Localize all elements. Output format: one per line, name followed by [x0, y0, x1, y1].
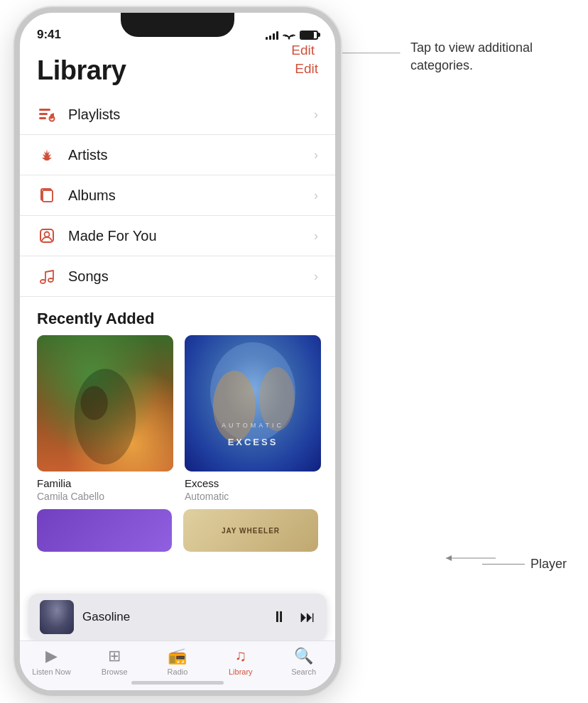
edit-annotation-label: Edit [291, 43, 315, 58]
nav-item-artists[interactable]: Artists › [20, 135, 335, 175]
search-icon: 🔍 [294, 647, 313, 665]
svg-point-4 [288, 38, 290, 40]
nav-item-albums[interactable]: Albums › [20, 175, 335, 216]
peek-card-2[interactable]: JAY WHEELER [183, 509, 318, 552]
player-annotation-line [482, 564, 525, 565]
mute-button [14, 98, 16, 126]
nav-list: Playlists › Artists › [20, 94, 335, 297]
svg-point-17 [213, 371, 256, 442]
songs-chevron: › [314, 269, 318, 284]
made-for-you-icon [37, 226, 57, 246]
svg-rect-10 [43, 190, 53, 202]
svg-rect-5 [39, 109, 50, 111]
power-button [339, 126, 341, 176]
signal-bars-icon [266, 31, 278, 40]
edit-callout: Tap to view additional categories. [410, 39, 567, 75]
mini-player-title: Gasoline [82, 610, 263, 624]
svg-point-13 [45, 232, 50, 237]
svg-marker-3 [446, 555, 452, 561]
tab-browse-label: Browse [102, 667, 128, 676]
album-artist-familia: Camila Cabello [37, 491, 173, 502]
skip-forward-button[interactable]: ⏭ [300, 608, 315, 626]
tab-search[interactable]: 🔍 Search [272, 647, 335, 676]
tab-radio[interactable]: 📻 Radio [146, 647, 209, 676]
peek-card-1[interactable] [37, 509, 172, 552]
player-annotation-text: Player [530, 557, 567, 572]
notch [121, 13, 234, 37]
made-for-you-chevron: › [314, 229, 318, 244]
library-icon: ♫ [235, 647, 247, 665]
volume-down-button [14, 194, 16, 240]
browse-icon: ⊞ [108, 647, 121, 665]
playlists-chevron: › [314, 107, 318, 122]
tab-listen-now-label: Listen Now [32, 667, 70, 676]
svg-text:AUTOMATIC: AUTOMATIC [222, 422, 284, 429]
battery-icon [300, 31, 318, 40]
mini-player-art [40, 600, 74, 634]
nav-item-playlists[interactable]: Playlists › [20, 94, 335, 135]
edit-callout-text: Tap to view additional categories. [410, 40, 533, 72]
albums-chevron: › [314, 188, 318, 203]
nav-item-songs[interactable]: Songs › [20, 256, 335, 297]
svg-rect-6 [39, 113, 48, 115]
album-card-familia[interactable]: Familia Camila Cabello [37, 335, 173, 502]
radio-icon: 📻 [168, 647, 187, 665]
listen-now-icon: ▶ [45, 647, 58, 665]
svg-rect-7 [39, 117, 46, 119]
album-title-excess: Excess [185, 477, 321, 489]
wifi-icon [283, 30, 295, 40]
songs-icon [37, 266, 57, 286]
header: Library Edit [20, 48, 335, 89]
tab-radio-label: Radio [168, 667, 188, 676]
nav-item-made-for-you[interactable]: Made For You › [20, 216, 335, 256]
album-card-excess[interactable]: EXCESS AUTOMATIC Excess Automatic [185, 335, 321, 502]
pause-button[interactable]: ⏸ [271, 608, 287, 626]
svg-text:EXCESS: EXCESS [228, 437, 278, 447]
svg-point-15 [80, 386, 107, 420]
edit-button[interactable]: Edit [295, 55, 318, 77]
albums-grid: Familia Camila Cabello EX [20, 335, 335, 502]
albums-icon [37, 185, 57, 205]
album-artist-excess: Automatic [185, 491, 321, 502]
albums-label: Albums [68, 187, 116, 204]
peek-row: JAY WHEELER [20, 502, 335, 552]
playlists-label: Playlists [68, 107, 120, 123]
scene: Tap to view additional categories. Edit … [0, 0, 588, 703]
album-art-excess: EXCESS AUTOMATIC [185, 335, 321, 472]
tab-listen-now[interactable]: ▶ Listen Now [20, 647, 83, 676]
mini-player-controls: ⏸ ⏭ [271, 608, 315, 626]
volume-up-button [14, 137, 16, 183]
playlists-icon [37, 104, 57, 124]
phone-frame: 9:41 [14, 7, 341, 696]
songs-label: Songs [68, 268, 109, 285]
tab-search-label: Search [291, 667, 316, 676]
artists-icon [37, 145, 57, 165]
album-title-familia: Familia [37, 477, 173, 489]
home-indicator [131, 681, 224, 685]
recently-added-title: Recently Added [20, 297, 335, 335]
album-art-familia [37, 335, 173, 472]
artists-label: Artists [68, 147, 108, 163]
screen-content: Library Edit [20, 48, 335, 690]
status-icons [266, 30, 318, 40]
tab-library[interactable]: ♫ Library [209, 647, 272, 676]
tab-library-label: Library [229, 667, 253, 676]
tab-browse[interactable]: ⊞ Browse [83, 647, 146, 676]
svg-point-14 [75, 369, 136, 464]
made-for-you-label: Made For You [68, 228, 157, 244]
page-title: Library [37, 55, 126, 86]
mini-player[interactable]: Gasoline ⏸ ⏭ [28, 594, 327, 641]
artists-chevron: › [314, 148, 318, 163]
status-time: 9:41 [37, 28, 61, 42]
peek-card-2-label: JAY WHEELER [219, 524, 283, 538]
